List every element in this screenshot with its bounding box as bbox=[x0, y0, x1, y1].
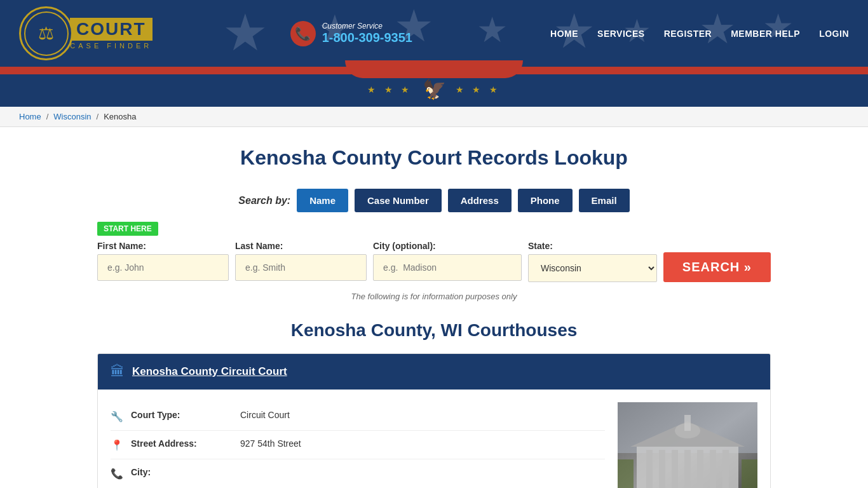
city-group: City (optional): bbox=[373, 241, 522, 281]
logo-text: COURT CASE FINDER bbox=[70, 18, 153, 50]
breadcrumb-home[interactable]: Home bbox=[19, 112, 41, 121]
svg-rect-15 bbox=[684, 415, 691, 431]
state-select[interactable]: Wisconsin Alabama Alaska Arizona Califor… bbox=[528, 254, 657, 282]
svg-rect-7 bbox=[684, 450, 691, 488]
logo-circle: ⚖ bbox=[19, 6, 73, 60]
courthouse-header: 🏛 Kenosha County Circuit Court bbox=[98, 354, 770, 390]
stars-left: ★ ★ ★ bbox=[367, 85, 413, 95]
tab-case-number[interactable]: Case Number bbox=[355, 189, 442, 212]
court-type-icon: 🔧 bbox=[111, 410, 123, 423]
tab-phone[interactable]: Phone bbox=[518, 189, 573, 212]
svg-rect-5 bbox=[659, 450, 665, 488]
courthouses-title: Kenosha County, WI Courthouses bbox=[97, 320, 771, 341]
start-here-badge: START HERE bbox=[97, 222, 158, 236]
city-input[interactable] bbox=[373, 254, 522, 281]
svg-rect-9 bbox=[710, 450, 716, 488]
tab-address[interactable]: Address bbox=[448, 189, 512, 212]
court-type-row: 🔧 Court Type: Circuit Court bbox=[111, 402, 605, 431]
cs-phone: 1-800-309-9351 bbox=[322, 30, 412, 45]
main-content: Kenosha County Court Records Lookup Sear… bbox=[85, 127, 783, 488]
nav-services[interactable]: SERVICES bbox=[597, 29, 645, 39]
svg-rect-8 bbox=[697, 450, 703, 488]
address-value: 927 54th Street bbox=[240, 438, 301, 449]
svg-rect-4 bbox=[646, 450, 653, 488]
city-label2: City: bbox=[131, 467, 233, 477]
svg-rect-6 bbox=[672, 450, 678, 488]
state-group: State: Wisconsin Alabama Alaska Arizona … bbox=[528, 241, 657, 282]
nav-member-help[interactable]: MEMBER HELP bbox=[731, 29, 800, 39]
breadcrumb-sep2: / bbox=[97, 112, 99, 121]
search-section: Search by: Name Case Number Address Phon… bbox=[97, 189, 771, 301]
first-name-group: First Name: bbox=[97, 241, 229, 281]
last-name-label: Last Name: bbox=[235, 241, 367, 251]
nav-home[interactable]: HOME bbox=[550, 29, 578, 39]
logo-casefinder-text: CASE FINDER bbox=[70, 42, 153, 50]
tab-email[interactable]: Email bbox=[579, 189, 630, 212]
search-by-label: Search by: bbox=[238, 195, 290, 207]
court-type-label: Court Type: bbox=[131, 410, 233, 420]
search-button[interactable]: SEARCH » bbox=[663, 252, 771, 282]
nav-register[interactable]: REGISTER bbox=[664, 29, 712, 39]
breadcrumb-state[interactable]: Wisconsin bbox=[53, 112, 91, 121]
nav-login[interactable]: LOGIN bbox=[819, 29, 849, 39]
logo-court-text: COURT bbox=[70, 18, 153, 41]
tab-name[interactable]: Name bbox=[297, 189, 348, 212]
courthouse-body: 🔧 Court Type: Circuit Court 📍 Street Add… bbox=[98, 390, 770, 488]
courthouse-image bbox=[618, 402, 757, 488]
courthouse-card: 🏛 Kenosha County Circuit Court 🔧 Court T… bbox=[97, 353, 771, 488]
phone-icon: 📞 bbox=[290, 21, 316, 46]
breadcrumb: Home / Wisconsin / Kenosha bbox=[19, 112, 849, 121]
first-name-input[interactable] bbox=[97, 254, 229, 281]
courthouse-details: 🔧 Court Type: Circuit Court 📍 Street Add… bbox=[111, 402, 605, 488]
page-title: Kenosha County Court Records Lookup bbox=[97, 146, 771, 170]
eagle-icon: 🦅 bbox=[423, 78, 446, 100]
last-name-input[interactable] bbox=[235, 254, 367, 281]
courthouse-name-link[interactable]: Kenosha County Circuit Court bbox=[132, 365, 287, 378]
search-by-row: Search by: Name Case Number Address Phon… bbox=[97, 189, 771, 212]
first-name-label: First Name: bbox=[97, 241, 229, 251]
address-icon: 📍 bbox=[111, 439, 123, 451]
cs-label: Customer Service bbox=[322, 22, 412, 30]
state-label: State: bbox=[528, 241, 657, 251]
city-row: 📞 City: bbox=[111, 459, 605, 487]
scales-icon: ⚖ bbox=[38, 23, 54, 44]
address-row: 📍 Street Address: 927 54th Street bbox=[111, 431, 605, 459]
breadcrumb-sep1: / bbox=[46, 112, 49, 121]
breadcrumb-current: Kenosha bbox=[104, 112, 136, 121]
courthouse-icon: 🏛 bbox=[111, 363, 125, 380]
svg-rect-10 bbox=[722, 450, 729, 488]
breadcrumb-bar: Home / Wisconsin / Kenosha bbox=[0, 107, 868, 127]
customer-service: 📞 Customer Service 1-800-309-9351 bbox=[290, 21, 412, 46]
city-label: City (optional): bbox=[373, 241, 522, 251]
address-label: Street Address: bbox=[131, 438, 233, 449]
city-icon: 📞 bbox=[111, 468, 123, 480]
main-nav: HOME SERVICES REGISTER MEMBER HELP LOGIN bbox=[550, 29, 849, 39]
court-type-value: Circuit Court bbox=[240, 410, 290, 420]
search-form: First Name: Last Name: City (optional): … bbox=[97, 241, 771, 282]
svg-rect-17 bbox=[742, 459, 757, 488]
info-note: The following is for information purpose… bbox=[97, 292, 771, 301]
svg-rect-16 bbox=[618, 459, 634, 488]
logo: ⚖ COURT CASE FINDER bbox=[19, 6, 153, 60]
stars-right: ★ ★ ★ bbox=[456, 85, 501, 95]
last-name-group: Last Name: bbox=[235, 241, 367, 281]
